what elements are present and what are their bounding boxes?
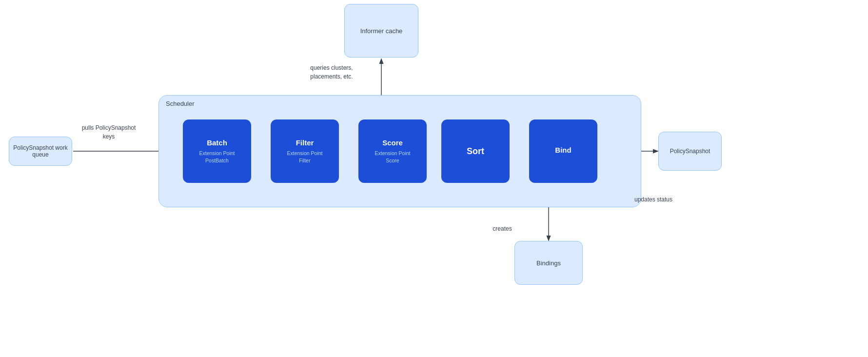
batch-title: Batch (207, 139, 227, 147)
sort-stage-box: Sort (441, 119, 510, 183)
informer-cache-label: Informer cache (360, 27, 403, 35)
policy-snapshot-output-label: PolicySnapshot (670, 148, 710, 155)
score-title: Score (382, 139, 403, 147)
annotation-updates-status: updates status (631, 195, 675, 204)
score-stage-box: Score Extension PointScore (358, 119, 427, 183)
annotation-creates: creates (483, 224, 522, 233)
sort-title: Sort (467, 146, 484, 157)
policy-snapshot-queue-box: PolicySnapshot work queue (9, 137, 72, 166)
bind-stage-box: Bind (529, 119, 597, 183)
bindings-label: Bindings (536, 259, 561, 267)
bind-title: Bind (555, 146, 571, 154)
filter-subtitle: Extension PointFilter (287, 150, 323, 164)
informer-cache-box: Informer cache (344, 4, 418, 58)
policy-snapshot-output-box: PolicySnapshot (658, 132, 722, 171)
filter-title: Filter (296, 139, 314, 147)
bindings-box: Bindings (514, 241, 583, 285)
score-subtitle: Extension PointScore (375, 150, 411, 164)
annotation-pulls: pulls PolicySnapshot keys (79, 123, 138, 141)
annotation-queries: queries clusters, placements, etc. (302, 63, 361, 81)
filter-stage-box: Filter Extension PointFilter (271, 119, 339, 183)
scheduler-label: Scheduler (166, 100, 195, 107)
diagram-container: Informer cache PolicySnapshot work queue… (0, 0, 868, 357)
policy-snapshot-queue-label: PolicySnapshot work queue (9, 144, 72, 158)
batch-stage-box: Batch Extension PointPostBatch (183, 119, 251, 183)
batch-subtitle: Extension PointPostBatch (199, 150, 235, 164)
